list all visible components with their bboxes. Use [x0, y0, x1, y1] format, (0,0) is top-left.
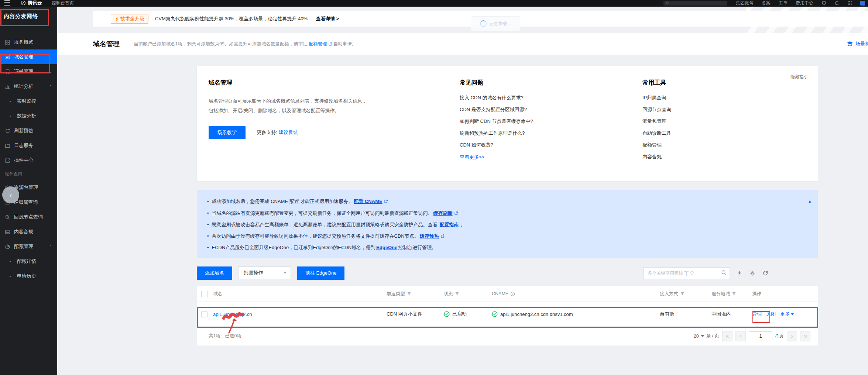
faq-item-2[interactable]: 如何判断 CDN 节点是否缓存命中? [460, 116, 618, 127]
domain-search-box [644, 267, 730, 279]
sidebar-item-service-query: 服务查询 [0, 168, 57, 180]
notice-collapse-icon[interactable]: ▲ [808, 199, 812, 203]
select-all-checkbox[interactable] [201, 291, 207, 297]
faq-see-more-link[interactable]: 查看更多>> [460, 154, 484, 161]
topbar-item-2[interactable]: 工单 [779, 0, 788, 6]
notice-suffix: 控制台进行管理。 [398, 245, 436, 250]
faq-item-3[interactable]: 刷新和预热的工作原理是什么? [460, 127, 618, 139]
sidebar-item-apply-history[interactable]: 申请历史 [0, 269, 57, 283]
close-link[interactable]: 关闭 [766, 311, 776, 317]
topbar-search-input[interactable] [663, 1, 727, 6]
app-root: 腾讯云 控制台首页 集团账号备案工单费用中心 内容分发网络 服务概览W.域名管理… [0, 0, 868, 375]
notice-link-4[interactable]: EdgeOne [376, 245, 397, 250]
hide-guide-link[interactable]: 隐藏指引 [790, 74, 808, 80]
bell-icon[interactable] [834, 1, 839, 6]
shield-icon[interactable] [821, 1, 826, 6]
tool-item-3[interactable]: 自助诊断工具 [642, 127, 775, 139]
row-checkbox[interactable] [201, 311, 207, 317]
apps-icon[interactable] [847, 1, 852, 6]
notice-text: 恶意盗刷或被攻击容易产生高额账单，避免高额账单，建议您配置用量封顶策略或购买安全… [212, 222, 439, 227]
svg-text:W.: W. [6, 55, 9, 59]
topbar-nav-item[interactable]: 控制台首页 [52, 0, 74, 6]
quota-management-link[interactable]: 配额管理 [309, 41, 327, 47]
filter-icon[interactable] [407, 292, 411, 296]
column-label: 状态 [444, 291, 453, 297]
topbar-item-3[interactable]: 费用中心 [796, 0, 813, 6]
tool-item-0[interactable]: IP归属查询 [642, 92, 775, 104]
sidebar-item-quota-detail[interactable]: 配额详情 [0, 254, 57, 269]
add-domain-button[interactable]: 添加域名 [197, 266, 232, 280]
column-header-1: 加速类型 [387, 291, 444, 297]
tool-item-2[interactable]: 流量包管理 [642, 116, 775, 127]
column-label: 域名 [213, 291, 222, 297]
scene-teaching-link[interactable]: 场景教学 [847, 41, 868, 47]
tool-item-5[interactable]: 内容合规 [642, 151, 775, 163]
prev-page-button[interactable] [735, 331, 746, 341]
sidebar-item-label: 刷新预热 [14, 127, 33, 134]
promo-banner: 技术全升级 CVM第九代旗舰实例性能提升超 30%，覆盖多场景，稳定性再提升 4… [93, 11, 868, 27]
notice-link-3[interactable]: 缓存预热 [420, 233, 439, 239]
sidebar-item-data-analysis[interactable]: 数据分析 [0, 109, 57, 123]
first-page-button[interactable] [722, 331, 733, 341]
sidebar-item-cert[interactable]: 证书管理⌄ [0, 64, 57, 79]
next-page-button[interactable] [787, 331, 797, 341]
promo-details-link[interactable]: 查看详情 > [316, 16, 339, 22]
domain-search-input[interactable] [644, 271, 721, 276]
hamburger-icon[interactable] [4, 0, 10, 6]
sidebar-item-refresh[interactable]: 刷新预热 [0, 123, 57, 138]
topbar-item-1[interactable]: 备案 [762, 0, 771, 6]
avatar[interactable] [860, 1, 865, 6]
sidebar-item-label: 域名管理 [14, 54, 33, 60]
sidebar-item-overview[interactable]: 服务概览 [0, 35, 57, 49]
filter-icon[interactable] [732, 292, 736, 296]
last-page-button[interactable] [800, 331, 810, 341]
notice-link-1[interactable]: 缓存刷新 [433, 210, 453, 216]
sidebar-item-label: 插件中心 [14, 157, 33, 164]
manage-link[interactable]: 管理 [752, 311, 762, 317]
column-header-3: CNAME [492, 291, 660, 296]
notice-link-0[interactable]: 配置 CNAME [354, 199, 382, 204]
scene-teaching-button[interactable]: 场景教学 [209, 126, 246, 139]
sidebar-item-label: 实时监控 [17, 98, 36, 104]
page-number-input[interactable] [749, 331, 772, 341]
filter-icon[interactable] [680, 292, 685, 296]
goto-edgeone-button[interactable]: 前往 EdgeOne [297, 266, 345, 280]
chevron-down-icon [701, 335, 704, 337]
sidebar-item-realtime[interactable]: 实时监控 [0, 94, 57, 109]
sidebar: 内容分发网络 服务概览W.域名管理证书管理⌄统计分析⌃实时监控数据分析刷新预热日… [0, 7, 57, 375]
feedback-link[interactable]: 建议反馈 [279, 130, 298, 135]
faq-item-0[interactable]: 接入 CDN 的域名有什么要求? [460, 92, 618, 104]
topbar-item-0[interactable]: 集团账号 [736, 0, 754, 6]
tool-item-4[interactable]: 配额管理 [642, 139, 775, 151]
notice-link-2[interactable]: 配置指南 [439, 222, 459, 227]
sidebar-item-quota[interactable]: 配额管理⌃ [0, 239, 57, 254]
external-link-icon [384, 196, 388, 208]
tool-item-1[interactable]: 回源节点查询 [642, 104, 775, 116]
sidebar-item-stats[interactable]: 统计分析⌃ [0, 79, 57, 94]
faq-item-1[interactable]: CDN 是否支持配置分区域回源? [460, 104, 618, 116]
download-icon[interactable] [735, 269, 744, 278]
more-support: 更多支持: 建议反馈 [257, 130, 298, 135]
search-icon[interactable] [721, 270, 727, 277]
filter-icon[interactable] [455, 292, 459, 296]
gear-icon[interactable] [748, 269, 757, 278]
batch-operation-dropdown[interactable]: 批量操作 [238, 266, 291, 279]
more-link[interactable]: 更多 [780, 311, 794, 317]
sidebar-item-compliance[interactable]: 内容合规 [0, 224, 57, 239]
notice-text: 当域名的源站有资源更新或有配置变更，可提交刷新任务，保证全网用户可访问到最新资源… [212, 210, 433, 216]
guide-col-tools: 常用工具 IP归属查询回源节点查询流量包管理自助诊断工具配额管理内容合规 [642, 66, 775, 163]
sidebar-item-plugin[interactable]: 插件中心 [0, 153, 57, 168]
info-icon[interactable] [510, 292, 515, 296]
selection-summary: 共1项，已选0项 [209, 333, 241, 339]
domain-link[interactable]: api1.juncheng2.cn [213, 312, 387, 317]
chevron-up-icon: ⌃ [49, 245, 52, 248]
sidebar-collapse-button[interactable]: ‹ [2, 186, 19, 203]
tencent-cloud-logo[interactable]: 腾讯云 [21, 0, 42, 6]
faq-item-4[interactable]: CDN 如何收费? [460, 139, 618, 151]
refresh-icon[interactable] [761, 269, 770, 278]
sidebar-item-domain[interactable]: W.域名管理 [0, 49, 57, 64]
sidebar-item-origin-node[interactable]: 回源节点查询 [0, 210, 57, 224]
sidebar-item-label: 配额管理 [14, 243, 33, 250]
sidebar-item-log[interactable]: 日志服务 [0, 138, 57, 153]
page-size-select[interactable]: 20 条 / 页 [694, 333, 719, 339]
